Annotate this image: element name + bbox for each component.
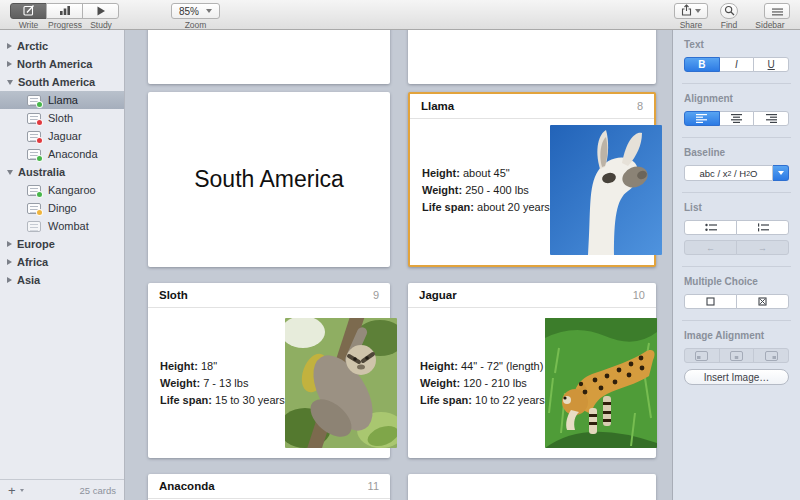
card-anaconda[interactable]: Anaconda 11 <box>148 474 390 500</box>
align-left-button[interactable] <box>684 111 720 126</box>
chevron-down-icon[interactable] <box>20 489 24 492</box>
chevron-down-icon <box>206 9 212 13</box>
card-llama-selected[interactable]: Llama 8 Height: about 45" Weight: 250 - … <box>408 92 656 267</box>
card-number: 8 <box>637 100 643 112</box>
multiple-choice-section-label: Multiple Choice <box>684 276 789 287</box>
sidebar-item-llama[interactable]: Llama <box>0 91 124 109</box>
share-button[interactable] <box>674 3 708 19</box>
card-icon <box>27 203 41 214</box>
sidebar-group-north-america[interactable]: North America <box>0 55 124 73</box>
disclosure-collapsed-icon[interactable] <box>7 43 12 49</box>
text-section-label: Text <box>684 39 789 50</box>
sidebar-item-wombat[interactable]: Wombat <box>0 217 124 235</box>
card-header: Jaguar 10 <box>408 283 656 308</box>
sidebar-item-dingo[interactable]: Dingo <box>0 199 124 217</box>
bulleted-list-button[interactable] <box>684 220 737 235</box>
sidebar-group-africa[interactable]: Africa <box>0 253 124 271</box>
card-facts: Height: 44" - 72" (length) Weight: 120 -… <box>408 358 545 409</box>
status-dot-red <box>36 137 43 144</box>
share-label: Share <box>680 20 703 30</box>
alignment-section: Alignment <box>673 84 800 137</box>
multiple-choice-control <box>684 294 789 309</box>
study-mode-button[interactable] <box>82 3 119 19</box>
card-canvas[interactable]: South America Llama 8 Height: about 45" … <box>125 30 672 500</box>
card-facts: Height: about 45" Weight: 250 - 400 lbs … <box>410 165 550 216</box>
baseline-dropdown[interactable]: abc / x2 / H2O <box>684 165 789 181</box>
progress-mode-button[interactable] <box>46 3 83 19</box>
sidebar-toggle-button[interactable] <box>764 3 790 19</box>
chevron-down-icon <box>778 171 784 175</box>
bold-button[interactable]: B <box>684 57 720 72</box>
image-align-right-button[interactable] <box>753 348 789 363</box>
card-number: 10 <box>633 289 645 301</box>
alignment-control <box>684 111 789 126</box>
card-icon <box>27 113 41 124</box>
indent-control: ← → <box>684 240 789 255</box>
sidebar-item-jaguar[interactable]: Jaguar <box>0 127 124 145</box>
sidebar-group-europe[interactable]: Europe <box>0 235 124 253</box>
text-section: Text B I U <box>673 30 800 83</box>
sidebar-group-asia[interactable]: Asia <box>0 271 124 289</box>
outdent-button[interactable]: ← <box>684 240 737 255</box>
status-dot-green <box>36 101 43 108</box>
disclosure-collapsed-icon[interactable] <box>7 259 12 265</box>
sidebar-label: Sidebar <box>755 20 784 30</box>
bulleted-list-icon <box>705 223 717 232</box>
find-button[interactable] <box>720 3 738 19</box>
sidebar-group-south-america[interactable]: South America <box>0 73 124 91</box>
disclosure-collapsed-icon[interactable] <box>7 241 12 247</box>
disclosure-collapsed-icon[interactable] <box>7 277 12 283</box>
status-dot-yellow <box>36 209 43 216</box>
card-facts: Height: 18" Weight: 7 - 13 lbs Life span… <box>148 358 285 409</box>
card-number: 9 <box>373 289 379 301</box>
deck-sidebar: Arctic North America South America Llama… <box>0 30 125 500</box>
numbered-list-button[interactable] <box>736 220 789 235</box>
progress-label: Progress <box>48 20 82 30</box>
card-partial-top-right[interactable] <box>408 30 656 84</box>
sidebar-group-arctic[interactable]: Arctic <box>0 37 124 55</box>
baseline-section: Baseline abc / x2 / H2O <box>673 138 800 192</box>
sloth-photo <box>285 318 397 448</box>
sidebar-group-australia[interactable]: Australia <box>0 163 124 181</box>
indent-button[interactable]: → <box>736 240 789 255</box>
bar-chart-icon <box>59 2 71 20</box>
image-align-center-button[interactable] <box>719 348 755 363</box>
image-align-left-button[interactable] <box>684 348 720 363</box>
add-card-button[interactable]: + <box>8 484 16 497</box>
disclosure-expanded-icon[interactable] <box>7 170 13 175</box>
italic-button[interactable]: I <box>719 57 755 72</box>
format-inspector: Text B I U Alignment <box>672 30 800 500</box>
sidebar-item-kangaroo[interactable]: Kangaroo <box>0 181 124 199</box>
play-icon <box>96 2 106 20</box>
dropdown-arrow-button[interactable] <box>773 165 789 181</box>
sidebar-item-anaconda[interactable]: Anaconda <box>0 145 124 163</box>
card-header: Sloth 9 <box>148 283 390 308</box>
list-section-label: List <box>684 202 789 213</box>
align-left-icon <box>696 114 707 123</box>
choice-checked-button[interactable] <box>736 294 789 309</box>
llama-photo <box>550 125 662 255</box>
image-alignment-control <box>684 348 789 363</box>
disclosure-expanded-icon[interactable] <box>7 80 13 85</box>
align-center-button[interactable] <box>719 111 755 126</box>
jaguar-photo <box>545 318 657 448</box>
text-style-control: B I U <box>684 57 789 72</box>
section-title: South America <box>194 166 344 193</box>
disclosure-collapsed-icon[interactable] <box>7 61 12 67</box>
card-partial-top-left[interactable] <box>148 30 390 84</box>
underline-button[interactable]: U <box>753 57 789 72</box>
write-mode-button[interactable] <box>10 3 47 19</box>
align-right-button[interactable] <box>753 111 789 126</box>
card-jaguar[interactable]: Jaguar 10 Height: 44" - 72" (length) Wei… <box>408 283 656 458</box>
card-partial-bottom-right[interactable] <box>408 474 656 500</box>
sidebar-lines-icon <box>772 2 783 20</box>
card-header: Anaconda 11 <box>148 474 390 499</box>
choice-unchecked-button[interactable] <box>684 294 737 309</box>
insert-image-button[interactable]: Insert Image… <box>684 369 789 385</box>
card-count: 25 cards <box>80 485 116 496</box>
card-sloth[interactable]: Sloth 9 Height: 18" Weight: 7 - 13 lbs L… <box>148 283 390 458</box>
sidebar-item-sloth[interactable]: Sloth <box>0 109 124 127</box>
toolbar: Write Progress Study <box>0 0 800 30</box>
zoom-dropdown[interactable]: 85% <box>171 3 220 19</box>
card-south-america-title[interactable]: South America <box>148 92 390 267</box>
